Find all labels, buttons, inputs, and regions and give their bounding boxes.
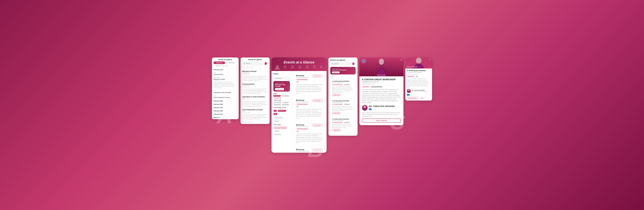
event-kickoff: 8:30 am EST Welcome & Kickoff Location T… xyxy=(212,76,239,90)
close-panel-c2-btn[interactable]: ✕ xyxy=(429,58,431,61)
linkedin-icon[interactable]: in xyxy=(369,108,372,110)
day-feb26-header[interactable]: February 26th › xyxy=(212,103,239,106)
week-two-tab[interactable]: Week Two xyxy=(226,61,237,64)
week-one-tab[interactable]: Week One xyxy=(214,61,225,64)
event-close-icon[interactable]: ✕ xyxy=(236,77,237,79)
speaker-hero-image: Fabulous Speaker xyxy=(405,57,432,68)
chevron-down-icon: › xyxy=(237,100,237,102)
mini-event-desc: Lorem ipsum dolor sit amet consectetur a… xyxy=(332,86,354,93)
day-close-icon[interactable]: ✕ xyxy=(236,69,237,70)
chip-blockchain[interactable]: Blockchain xyxy=(278,110,286,112)
close-icon[interactable]: ✕ xyxy=(267,70,268,72)
date-nav-feb25[interactable]: Feb 25th xyxy=(282,65,288,69)
icebreaker-title: Icebreakers & Team Formation xyxy=(242,96,265,98)
event-type-label: Event Type xyxy=(274,124,290,125)
workshop-subtitle: Supported by Our Sponsor xyxy=(362,81,401,83)
date-chip-7[interactable]: Mon Mar 4th xyxy=(274,104,281,106)
search-submit-btn[interactable]: › xyxy=(264,62,267,65)
day-feb29-header[interactable]: February 29th › xyxy=(212,113,239,116)
join-now-btn[interactable]: Join now! xyxy=(332,71,340,73)
date-nav-feb23[interactable]: Feb 23rd xyxy=(275,65,280,69)
favorite-icon[interactable]: ♡ xyxy=(236,90,237,93)
chip-recreation[interactable]: Recreation xyxy=(274,133,282,136)
learn-more-btn[interactable]: Learn more xyxy=(312,149,323,151)
panel-a2-agenda: Events at a glance 🔍 › February 23rd, 20… xyxy=(240,57,270,124)
speaker-silhouette xyxy=(375,58,388,76)
tag-blockchain: Blockchain xyxy=(344,104,350,105)
date-chip-1[interactable]: Fri Apr 26th xyxy=(274,95,281,97)
speaker-section: MS. FABULOUS SPEAKER in xyxy=(362,105,401,111)
workshop-title: A CERTAIN GREAT WORKSHOP xyxy=(362,78,401,81)
date-nav-feb27[interactable]: Feb 27th xyxy=(290,65,295,69)
announcements-title: Announcements xyxy=(242,83,254,85)
icebreaker-card: Icebreakers & Team Formation TBD Locatio… xyxy=(240,95,270,108)
c2-add-calendar-btn[interactable]: Add to Calendar xyxy=(407,97,418,99)
learn-more-btn[interactable]: Learn more xyxy=(312,124,323,127)
filter-search-input[interactable] xyxy=(277,78,289,79)
c2-bottom-btns: Add to Calendar Close xyxy=(407,97,430,99)
filters-close-icon[interactable]: ✕ xyxy=(289,73,290,75)
date-chip-8[interactable]: Mon Mar 5th xyxy=(282,104,289,106)
mini-event-date: Feb 23rd 8:30 am EST xyxy=(332,82,354,83)
day-feb25-header[interactable]: February 25th › xyxy=(212,99,239,103)
day-feb28-header[interactable]: February 28th › xyxy=(212,109,239,112)
learn-more-btn[interactable]: Learn more xyxy=(312,75,323,77)
favorite-icon[interactable]: ♡ xyxy=(236,95,237,98)
event-close-icon[interactable]: ✕ xyxy=(236,73,237,74)
favorite-icon[interactable]: ♡ xyxy=(267,109,268,111)
mini-event-tags: Technical Workshop Blockchain xyxy=(332,122,354,123)
chip-ai[interactable]: AI xyxy=(274,110,277,112)
learn-more-btn[interactable]: Learn more xyxy=(332,112,341,114)
learn-more-btn[interactable]: Learn more xyxy=(332,94,341,96)
search-input[interactable] xyxy=(246,63,264,64)
happening-now-mini: Happening now! Welcome and Kickoff Join … xyxy=(330,67,356,74)
learn-more-btn[interactable]: Learn more xyxy=(332,129,341,131)
day-feb23-header[interactable]: February 23rd ✕ xyxy=(212,68,239,71)
search-input[interactable] xyxy=(334,63,352,65)
day-feb23: February 23rd ✕ 5 am Announcements ✕ xyxy=(212,68,239,99)
svg-point-2 xyxy=(364,106,366,108)
panel-a-title: Events at a glance xyxy=(214,59,237,60)
date-chip-5[interactable]: Thur Feb 29th xyxy=(274,102,282,103)
event-date: Feb 23rd 8:30 am EST xyxy=(296,151,312,152)
mini-event-title: A certain great workshop xyxy=(332,118,354,120)
chip-technical-workshop[interactable]: Technical Workshop xyxy=(274,127,287,129)
date-nav-feb28[interactable]: Feb 28th xyxy=(298,65,302,69)
chip-design[interactable]: Design xyxy=(274,120,280,122)
chip-cybersecurity[interactable]: Cybersecurity xyxy=(274,117,284,119)
date-nav-feb29[interactable]: Feb 29th xyxy=(305,65,310,69)
chip-5g[interactable]: 5G xyxy=(274,113,277,115)
learn-more-btn[interactable]: Learn more xyxy=(312,99,323,102)
close-panel-btn[interactable]: ✕ xyxy=(400,58,402,61)
search-submit-btn[interactable]: › xyxy=(352,62,354,65)
add-to-calendar-btn[interactable]: Add to Calendar xyxy=(362,119,401,123)
c2-linkedin-icon[interactable]: in xyxy=(407,94,410,96)
favorite-icon[interactable]: ♡ xyxy=(267,96,268,98)
mini-event-tags: Technical Workshop Blockchain xyxy=(332,84,354,85)
date-chip-6[interactable]: Fri Mar 1st xyxy=(282,102,289,103)
event-header: Workshop Feb 23rd 8:30 am EST Technical … xyxy=(296,124,323,133)
happening-now-box: Happening now! Welcome and Kickoff Join … xyxy=(274,81,290,92)
date-chip-3[interactable]: Tue Feb 27th xyxy=(274,97,282,99)
search-icon: 🔍 xyxy=(244,63,245,64)
track-time: TBD xyxy=(242,111,262,112)
event-title: Workshop xyxy=(296,149,312,151)
day-feb27-header[interactable]: February 27th › xyxy=(212,106,239,109)
tag-5g: 5G xyxy=(296,106,299,107)
panel-c-detail: 🌐 Fabulous Speaker ✕ A CERTAIN GREAT WOR… xyxy=(360,57,404,125)
day-label: February 26th xyxy=(214,104,223,105)
favorite-icon[interactable]: ♡ xyxy=(267,83,268,85)
date-chip-4[interactable]: Wed Feb 28th xyxy=(274,99,282,101)
date-nav-mar1[interactable]: Mar 1st xyxy=(312,65,317,69)
day-mar1-header[interactable]: March 1st › xyxy=(212,116,239,119)
event-announcements: 5 am Announcements ✕ xyxy=(212,71,239,76)
join-now-btn[interactable]: Join now! xyxy=(275,88,284,90)
c2-close-btn[interactable]: Close xyxy=(419,97,425,99)
event-title: Welcome & Kickoff xyxy=(214,79,236,80)
happening-label: Happening now! xyxy=(332,68,354,69)
date-chip-2[interactable]: Mon Feb 26th xyxy=(281,95,290,97)
chip-network[interactable]: Network xyxy=(274,130,280,132)
event-header: Workshop Feb 23rd 8:30 am EST Technical … xyxy=(296,75,323,84)
c2-speaker-avatar xyxy=(407,89,411,93)
date-nav-mar3[interactable]: Mar 3rd xyxy=(319,65,324,69)
